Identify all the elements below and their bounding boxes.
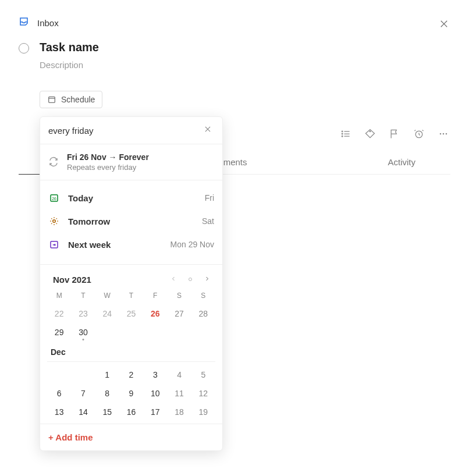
calendar-day[interactable]: 3 <box>143 365 167 384</box>
calendar-day[interactable]: 22 <box>47 304 71 323</box>
schedule-button[interactable]: Schedule <box>40 91 102 108</box>
calendar-day[interactable]: 29 <box>47 323 71 342</box>
calendar-day <box>71 365 95 384</box>
calendar-day[interactable]: 28 <box>191 304 215 323</box>
calendar-day[interactable]: 1 <box>95 365 119 384</box>
calendar-day[interactable]: 8 <box>95 384 119 403</box>
schedule-area: Schedule Fri 26 Nov → Forever Repeats ev… <box>0 70 469 108</box>
clear-input-button[interactable] <box>201 123 214 138</box>
calendar-day[interactable]: 4 <box>167 365 191 384</box>
calendar-day[interactable]: 23 <box>71 304 95 323</box>
calendar-day[interactable]: 16 <box>119 403 143 421</box>
schedule-suggestion[interactable]: Fri 26 Nov → Forever Repeats every frida… <box>40 144 222 180</box>
calendar-day <box>47 365 71 384</box>
svg-point-11 <box>440 133 442 135</box>
calendar-day[interactable]: 10 <box>143 384 167 403</box>
alarm-icon <box>413 128 425 140</box>
calendar-day[interactable]: 5 <box>191 365 215 384</box>
svg-point-5 <box>189 278 192 281</box>
task-row: Task name Description <box>0 35 469 70</box>
calendar-day[interactable]: 30 <box>71 323 95 342</box>
quick-tomorrow[interactable]: Tomorrow Sat <box>40 209 222 233</box>
calendar-day[interactable]: 14 <box>71 403 95 421</box>
suggestion-subtitle: Repeats every friday <box>67 163 149 172</box>
calendar-day[interactable]: 11 <box>167 384 191 403</box>
calendar-day[interactable]: 6 <box>47 384 71 403</box>
quick-today-label: Today <box>68 193 205 203</box>
calendar-day[interactable]: 27 <box>167 304 191 323</box>
quick-tomorrow-day: Sat <box>202 216 214 226</box>
calendar-day[interactable]: 7 <box>71 384 95 403</box>
calendar-dow: T <box>119 289 143 304</box>
suggestion-title: Fri 26 Nov → Forever <box>67 152 149 162</box>
list-icon <box>340 128 351 140</box>
svg-point-3 <box>53 220 56 223</box>
repeat-icon <box>48 157 59 169</box>
task-description-input[interactable]: Description <box>40 60 452 70</box>
calendar-day[interactable]: 2 <box>119 365 143 384</box>
calendar-next-button[interactable] <box>204 274 211 285</box>
quick-nextweek[interactable]: Next week Mon 29 Nov <box>40 233 222 256</box>
calendar-day[interactable]: 18 <box>167 403 191 421</box>
list-button[interactable] <box>339 127 353 143</box>
tag-button[interactable] <box>363 127 377 143</box>
calendar-month2-grid: 12345678910111213141516171819 <box>47 365 215 421</box>
chevron-left-icon <box>170 275 177 282</box>
quick-nextweek-day: Mon 29 Nov <box>170 240 214 249</box>
calendar-day[interactable]: 17 <box>143 403 167 421</box>
svg-point-7 <box>342 133 343 134</box>
tag-icon <box>364 128 376 140</box>
svg-point-6 <box>342 131 343 132</box>
calendar-day[interactable]: 15 <box>95 403 119 421</box>
task-checkbox[interactable] <box>19 43 29 54</box>
svg-rect-0 <box>49 97 55 102</box>
add-time-button[interactable]: + Add time <box>40 424 222 450</box>
calendar-day[interactable]: 12 <box>191 384 215 403</box>
quick-date-list: 26 Today Fri Tomorrow Sat Next week Mon … <box>40 180 222 265</box>
flag-icon <box>389 128 400 140</box>
header: Inbox <box>0 0 469 35</box>
schedule-label: Schedule <box>61 95 95 104</box>
calendar-prev-button[interactable] <box>170 274 177 285</box>
task-name-input[interactable]: Task name <box>40 41 452 54</box>
calendar: Nov 2021 MTWTFSS 222324252627282930 Dec … <box>40 265 222 424</box>
svg-text:26: 26 <box>52 197 56 201</box>
calendar-day[interactable]: 13 <box>47 403 71 421</box>
flag-button[interactable] <box>388 127 402 143</box>
calendar-day[interactable]: 19 <box>191 403 215 421</box>
calendar-today-button[interactable] <box>187 274 193 285</box>
reminder-button[interactable] <box>412 127 426 143</box>
calendar-day[interactable]: 25 <box>119 304 143 323</box>
circle-icon <box>187 276 193 282</box>
close-button[interactable] <box>436 16 452 34</box>
today-icon: 26 <box>48 192 60 204</box>
calendar-dow: S <box>167 289 191 304</box>
quick-tomorrow-label: Tomorrow <box>68 216 202 226</box>
quick-today[interactable]: 26 Today Fri <box>40 186 222 209</box>
calendar-header: Nov 2021 <box>47 271 215 289</box>
schedule-popover: Fri 26 Nov → Forever Repeats every frida… <box>40 116 223 451</box>
suggestion-text: Fri 26 Nov → Forever Repeats every frida… <box>67 152 149 172</box>
calendar-day[interactable]: 9 <box>119 384 143 403</box>
schedule-search-input[interactable] <box>48 126 201 136</box>
svg-point-13 <box>446 133 447 135</box>
close-icon <box>204 125 212 133</box>
svg-point-12 <box>443 133 445 135</box>
task-content: Task name Description <box>40 41 452 70</box>
tab-activity[interactable]: Activity <box>388 151 415 174</box>
task-toolbar <box>339 127 450 143</box>
calendar-month1-grid: 222324252627282930 <box>47 304 215 342</box>
schedule-search-row <box>40 117 222 144</box>
calendar-day[interactable]: 24 <box>95 304 119 323</box>
calendar-nav <box>170 274 211 285</box>
calendar-month2-label: Dec <box>47 342 215 362</box>
inbox-label: Inbox <box>37 18 59 28</box>
quick-today-day: Fri <box>205 193 214 203</box>
svg-point-9 <box>369 131 371 132</box>
calendar-dow-row: MTWTFSS <box>47 289 215 304</box>
calendar-dow: W <box>95 289 119 304</box>
sun-icon <box>48 215 60 227</box>
more-button[interactable] <box>436 127 450 143</box>
calendar-icon <box>47 95 56 104</box>
calendar-day[interactable]: 26 <box>143 304 167 323</box>
